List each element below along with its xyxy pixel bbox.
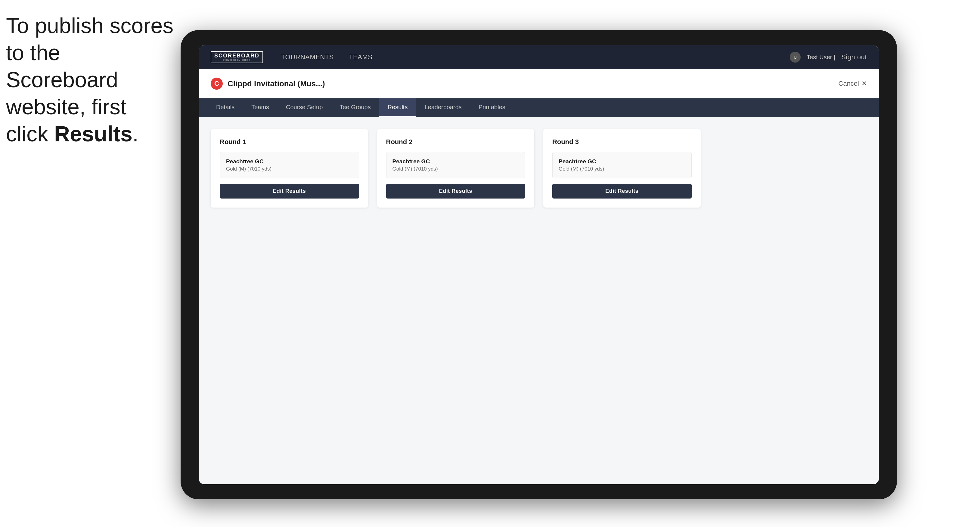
logo-sub-text: Powered by clippd — [223, 58, 251, 61]
rounds-grid: Round 1 Peachtree GC Gold (M) (7010 yds)… — [211, 129, 867, 208]
content-area: Round 1 Peachtree GC Gold (M) (7010 yds)… — [199, 117, 879, 484]
app-nav: SCOREBOARD Powered by clippd TOURNAMENTS… — [199, 45, 879, 69]
nav-links: TOURNAMENTS TEAMS — [281, 53, 790, 61]
instruction-line2: to the Scoreboard — [6, 41, 118, 92]
round-2-title: Round 2 — [386, 138, 525, 146]
left-instruction: To publish scores to the Scoreboard webs… — [6, 12, 175, 148]
logo-main-text: SCOREBOARD — [214, 53, 259, 58]
cancel-label: Cancel — [838, 80, 859, 87]
sign-out-link[interactable]: Sign out — [841, 53, 867, 61]
tournament-icon: C — [211, 78, 223, 90]
tab-results[interactable]: Results — [379, 98, 416, 117]
course-name-3: Peachtree GC — [558, 158, 685, 165]
nav-teams[interactable]: TEAMS — [349, 53, 372, 61]
tab-nav: Details Teams Course Setup Tee Groups Re… — [199, 98, 879, 117]
tab-teams[interactable]: Teams — [243, 98, 277, 117]
user-avatar: U — [790, 52, 800, 63]
nav-tournaments[interactable]: TOURNAMENTS — [281, 53, 334, 61]
tablet-frame: SCOREBOARD Powered by clippd TOURNAMENTS… — [181, 30, 897, 499]
tab-details[interactable]: Details — [208, 98, 243, 117]
round-card-1: Round 1 Peachtree GC Gold (M) (7010 yds)… — [211, 129, 368, 208]
course-name-1: Peachtree GC — [226, 158, 353, 165]
tournament-icon-letter: C — [214, 80, 219, 87]
course-card-1: Peachtree GC Gold (M) (7010 yds) — [220, 152, 359, 178]
tournament-name: Clippd Invitational (Mus...) — [228, 79, 325, 89]
course-name-2: Peachtree GC — [393, 158, 519, 165]
instruction-bold1: Results — [54, 122, 132, 146]
instruction-line4: click — [6, 122, 54, 146]
cancel-button[interactable]: Cancel ✕ — [838, 80, 867, 87]
edit-results-btn-3[interactable]: Edit Results — [552, 184, 692, 198]
tournament-title-area: C Clippd Invitational (Mus...) — [211, 78, 325, 90]
round-card-2: Round 2 Peachtree GC Gold (M) (7010 yds)… — [377, 129, 535, 208]
course-details-2: Gold (M) (7010 yds) — [393, 166, 519, 172]
course-card-3: Peachtree GC Gold (M) (7010 yds) — [552, 152, 692, 178]
tab-tee-groups[interactable]: Tee Groups — [331, 98, 379, 117]
tournament-header: C Clippd Invitational (Mus...) Cancel ✕ — [199, 69, 879, 98]
instruction-line3: website, first — [6, 95, 126, 119]
round-3-title: Round 3 — [552, 138, 692, 146]
logo-box: SCOREBOARD Powered by clippd — [211, 51, 263, 63]
course-card-2: Peachtree GC Gold (M) (7010 yds) — [386, 152, 525, 178]
edit-results-btn-1[interactable]: Edit Results — [220, 184, 359, 198]
tab-printables[interactable]: Printables — [470, 98, 514, 117]
empty-column — [710, 129, 867, 208]
tab-course-setup[interactable]: Course Setup — [277, 98, 331, 117]
round-card-3: Round 3 Peachtree GC Gold (M) (7010 yds)… — [543, 129, 701, 208]
round-1-title: Round 1 — [220, 138, 359, 146]
close-icon: ✕ — [861, 80, 867, 87]
tab-leaderboards[interactable]: Leaderboards — [416, 98, 470, 117]
logo-area: SCOREBOARD Powered by clippd — [211, 51, 263, 63]
instruction-line1: To publish scores — [6, 14, 173, 38]
course-details-1: Gold (M) (7010 yds) — [226, 166, 353, 172]
tablet-screen: SCOREBOARD Powered by clippd TOURNAMENTS… — [199, 45, 879, 484]
course-details-3: Gold (M) (7010 yds) — [558, 166, 685, 172]
nav-right: U Test User | Sign out — [790, 52, 867, 63]
edit-results-btn-2[interactable]: Edit Results — [386, 184, 525, 198]
nav-user-text: Test User | — [807, 54, 835, 61]
instruction-end1: . — [132, 122, 138, 146]
